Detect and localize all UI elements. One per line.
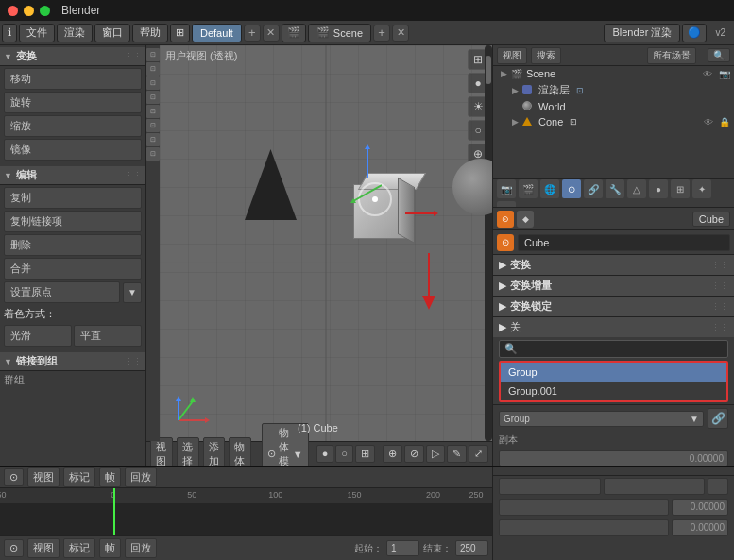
prop-object-tab[interactable]: ⊙ bbox=[562, 179, 581, 198]
outliner-item-scene[interactable]: ▶ 🎬 Scene 👁 📷 bbox=[493, 66, 734, 81]
object-button[interactable]: 物体 bbox=[229, 437, 251, 467]
close-button[interactable] bbox=[8, 6, 18, 16]
add-button[interactable]: 添加 bbox=[203, 437, 226, 467]
set-origin-dropdown[interactable]: ▼ bbox=[123, 282, 142, 303]
tex-shade-btn[interactable]: ⊞ bbox=[355, 445, 375, 463]
wire-shade-btn[interactable]: ○ bbox=[335, 445, 353, 463]
search-icon-btn[interactable]: 🔍 bbox=[708, 48, 730, 62]
select-button[interactable]: 选择 bbox=[177, 437, 199, 467]
playhead[interactable] bbox=[113, 488, 115, 535]
move-button[interactable]: 移动 bbox=[4, 68, 142, 90]
outliner-view-btn[interactable]: 视图 bbox=[497, 47, 527, 64]
prop-physics-tab[interactable]: ⊕ bbox=[497, 201, 516, 208]
prop-constraint-tab[interactable]: 🔗 bbox=[584, 179, 603, 198]
outliner-item-world[interactable]: ▶ World bbox=[493, 99, 734, 114]
extra-btn-4[interactable]: ✎ bbox=[447, 445, 467, 463]
rotate-button[interactable]: 旋转 bbox=[4, 92, 142, 113]
viewport-scrollbar-thumb[interactable] bbox=[486, 56, 491, 84]
group-search-input[interactable] bbox=[521, 344, 723, 355]
prop-data-tab[interactable]: △ bbox=[627, 179, 646, 198]
data-link-icon[interactable]: ◆ bbox=[517, 211, 534, 228]
rp-lower-btn[interactable] bbox=[708, 478, 728, 495]
tl-playback-btn-2[interactable]: 回放 bbox=[125, 538, 157, 558]
group-section-header[interactable]: ▶ 关 ⋮⋮ bbox=[493, 317, 734, 337]
extra-btn-1[interactable]: ⊕ bbox=[383, 445, 402, 463]
set-origin-button[interactable]: 设置原点 bbox=[4, 281, 120, 303]
object-name-field[interactable] bbox=[518, 234, 730, 251]
tl-frame-btn-2[interactable]: 帧 bbox=[99, 538, 121, 558]
transform-header[interactable]: ▼ 变换 ⋮⋮ bbox=[0, 47, 145, 66]
join-button[interactable]: 合并 bbox=[4, 258, 142, 280]
transform-prop-header[interactable]: ▶ 变换 ⋮⋮ bbox=[493, 255, 734, 275]
group-search-box[interactable]: 🔍 bbox=[499, 340, 728, 358]
timeline-track-area[interactable]: -50 0 50 100 150 200 250 bbox=[0, 488, 492, 535]
edit-header[interactable]: ▼ 编辑 ⋮⋮ bbox=[0, 166, 145, 185]
extra-btn-3[interactable]: ▷ bbox=[426, 445, 445, 463]
mirror-button[interactable]: 镜像 bbox=[4, 139, 142, 161]
tl-mark-btn-2[interactable]: 标记 bbox=[63, 538, 95, 558]
tl-frame-btn[interactable]: 帧 bbox=[99, 467, 121, 487]
strip-btn-8[interactable]: ⊡ bbox=[146, 147, 160, 161]
viewport-scrollbar-v[interactable] bbox=[485, 45, 492, 441]
group-option-group001[interactable]: Group.001 bbox=[501, 382, 726, 400]
strip-btn-4[interactable]: ⊡ bbox=[146, 91, 160, 104]
outliner-item-layer[interactable]: ▶ 渲染层 ⊡ bbox=[493, 81, 734, 99]
val-field-1[interactable]: 0.00000 bbox=[499, 450, 728, 466]
render-icon-btn[interactable]: 🔵 bbox=[682, 24, 707, 42]
close-workspace-button[interactable]: ✕ bbox=[263, 25, 280, 42]
outliner-search-btn[interactable]: 搜索 bbox=[531, 47, 561, 64]
strip-btn-3[interactable]: ⊡ bbox=[146, 76, 160, 90]
viewport-inner[interactable]: 用户视图 (透视) bbox=[160, 45, 492, 441]
scene-selector[interactable]: 🎬 Scene bbox=[308, 24, 371, 42]
prop-texture-tab[interactable]: ⊞ bbox=[671, 179, 690, 198]
strip-btn-7[interactable]: ⊡ bbox=[146, 133, 160, 146]
strip-btn-6[interactable]: ⊡ bbox=[146, 119, 160, 132]
window-menu[interactable]: 窗口 bbox=[94, 24, 130, 42]
strip-btn-1[interactable]: ⊡ bbox=[146, 48, 160, 61]
add-workspace-button[interactable]: + bbox=[244, 25, 261, 42]
group-selector[interactable]: Group ▼ bbox=[499, 411, 704, 427]
start-field[interactable]: 1 bbox=[386, 540, 419, 556]
flat-button[interactable]: 平直 bbox=[74, 325, 142, 347]
prop-particles-tab[interactable]: ✦ bbox=[692, 179, 711, 198]
tl-view-btn[interactable]: 视图 bbox=[27, 467, 60, 487]
strip-btn-2[interactable]: ⊡ bbox=[146, 62, 160, 76]
outliner-filter[interactable]: 所有场景 bbox=[647, 47, 696, 64]
duplicate-button[interactable]: 复制 bbox=[4, 187, 142, 209]
prop-scene-tab[interactable]: 🎬 bbox=[519, 179, 538, 198]
layout-icon[interactable]: ⊞ bbox=[170, 24, 190, 42]
outliner-item-cone[interactable]: ▶ Cone ⊡ 👁 🔒 bbox=[493, 114, 734, 129]
workspace-selector[interactable]: Default bbox=[192, 24, 242, 42]
extra-btn-2[interactable]: ⊘ bbox=[404, 445, 424, 463]
scale-button[interactable]: 缩放 bbox=[4, 115, 142, 137]
render-menu[interactable]: 渲染 bbox=[57, 24, 93, 42]
group-link-btn[interactable]: 🔗 bbox=[708, 408, 728, 429]
duplicate-linked-button[interactable]: 复制链接项 bbox=[4, 211, 142, 232]
info-button[interactable]: ℹ bbox=[2, 24, 17, 42]
view-button[interactable]: 视图 bbox=[150, 437, 173, 467]
scene-icon-btn[interactable]: 🎬 bbox=[282, 24, 306, 42]
delta-transform-header[interactable]: ▶ 变换增量 ⋮⋮ bbox=[493, 276, 734, 296]
prop-material-tab[interactable]: ● bbox=[649, 179, 668, 198]
extra-btn-5[interactable]: ⤢ bbox=[469, 445, 488, 463]
properties-scroll[interactable]: ▶ 变换 ⋮⋮ ▶ 变换增量 ⋮⋮ ▶ bbox=[493, 255, 734, 466]
link-header[interactable]: ▼ 链接到组 ⋮⋮ bbox=[0, 352, 145, 371]
render-engine-selector[interactable]: Blender 渲染 bbox=[604, 24, 680, 42]
transform-lock-header[interactable]: ▶ 变换锁定 ⋮⋮ bbox=[493, 297, 734, 316]
maximize-button[interactable] bbox=[40, 6, 50, 16]
timeline-icon-btn[interactable]: ⊙ bbox=[4, 468, 24, 486]
end-field[interactable]: 250 bbox=[455, 540, 488, 556]
prop-world-tab[interactable]: 🌐 bbox=[540, 179, 559, 198]
smooth-button[interactable]: 光滑 bbox=[4, 325, 72, 347]
help-menu[interactable]: 帮助 bbox=[132, 24, 168, 42]
minimize-button[interactable] bbox=[24, 6, 34, 16]
prop-render-tab[interactable]: 📷 bbox=[497, 179, 516, 198]
group-option-group[interactable]: Group bbox=[501, 363, 726, 382]
tl-view-btn-2[interactable]: 视图 bbox=[27, 538, 60, 558]
delete-button[interactable]: 删除 bbox=[4, 234, 142, 256]
tl-playback-btn[interactable]: 回放 bbox=[125, 467, 157, 487]
tl-marker-btn[interactable]: 标记 bbox=[63, 467, 95, 487]
file-menu[interactable]: 文件 bbox=[19, 24, 55, 42]
strip-btn-5[interactable]: ⊡ bbox=[146, 105, 160, 118]
close-scene-button[interactable]: ✕ bbox=[392, 25, 409, 42]
